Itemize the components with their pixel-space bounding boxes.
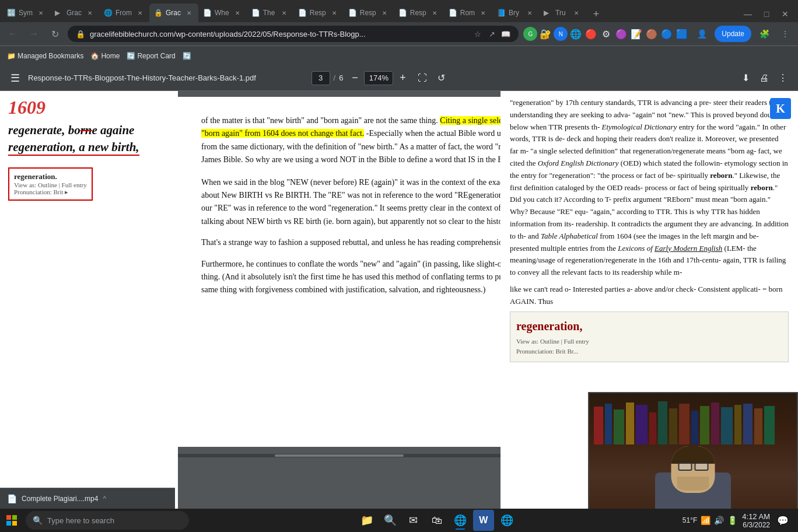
extensions-button[interactable]: 🧩 (756, 26, 772, 42)
pdf-menu-button[interactable]: ☰ (7, 70, 23, 86)
tab-favicon-rom: 📄 (449, 9, 457, 17)
print-button[interactable]: 🖨 (756, 70, 772, 86)
close-window-button[interactable]: ✕ (777, 6, 793, 22)
tab-sym[interactable]: 🔣 Sym ✕ (2, 4, 50, 22)
tab-close-rom[interactable]: ✕ (478, 8, 488, 18)
address-text: gracelifebiblechurch.com/wp-content/uplo… (90, 30, 468, 38)
address-bar[interactable]: 🔒 gracelifebiblechurch.com/wp-content/up… (68, 26, 519, 42)
tab-bry[interactable]: 📘 Bry ✕ (492, 4, 539, 22)
tab-whe[interactable]: 📄 Whe ✕ (198, 4, 247, 22)
tab-close-resp2[interactable]: ✕ (380, 8, 389, 18)
tab-resp1[interactable]: 📄 Resp ✕ (293, 4, 344, 22)
taskbar-app-search[interactable]: 🔍 (380, 510, 401, 531)
tab-resp2[interactable]: 📄 Resp ✕ (344, 4, 394, 22)
right-text-1: "regeneration" by 17th century standards… (510, 97, 789, 279)
taskbar-sys-tray: 51°F 📶 🔊 🔋 (682, 516, 737, 525)
reading-icon[interactable]: 📖 (500, 28, 512, 40)
book-15 (743, 404, 752, 444)
tab-close-whe[interactable]: ✕ (233, 8, 242, 18)
tab-close-tru[interactable]: ✕ (572, 8, 581, 18)
taskbar-app-word[interactable]: W (473, 510, 494, 531)
pdf-more-button[interactable]: ⋮ (775, 70, 791, 86)
ext-icon-5[interactable]: 🔴 (584, 27, 598, 41)
tab-tru[interactable]: ▶ Tru ✕ (539, 4, 586, 22)
ext-icon-10[interactable]: 🔵 (660, 27, 674, 41)
taskbar-app-chrome-alt[interactable]: 🌐 (496, 510, 517, 531)
right-panel[interactable]: K "regeneration" by 17th century standar… (501, 91, 798, 532)
taskbar-app-store[interactable]: 🛍 (426, 510, 447, 531)
ext-icon-11[interactable]: 🟦 (675, 27, 689, 41)
bookmark-favicon-extra: 🔄 (183, 52, 191, 60)
tab-grac1[interactable]: ▶ Grac ✕ (50, 4, 99, 22)
ext-icon-4[interactable]: 🌐 (569, 27, 583, 41)
tab-close-resp1[interactable]: ✕ (330, 8, 339, 18)
bookmark-report-card[interactable]: 🔄 Report Card (127, 52, 175, 60)
back-button[interactable]: ← (5, 26, 21, 42)
ext-icon-9[interactable]: 🟤 (645, 27, 659, 41)
pdf-toolbar-right: ⛶ ↺ (414, 70, 449, 86)
rotate-button[interactable]: ↺ (433, 70, 449, 86)
tab-close-the[interactable]: ✕ (279, 8, 289, 18)
ext-icon-2[interactable]: 🔐 (538, 27, 552, 41)
tab-grac2[interactable]: 🔒 Grac ✕ (149, 4, 198, 22)
bookmark-star-icon[interactable]: ☆ (472, 28, 484, 40)
forward-button[interactable]: → (26, 26, 42, 42)
ext-icon-6[interactable]: ⚙ (599, 27, 613, 41)
new-tab-button[interactable]: + (588, 6, 604, 22)
tab-close-grac2[interactable]: ✕ (184, 8, 194, 18)
taskbar: 🔍 Type here to search 📁 🔍 ✉ 🛍 🌐 W 🌐 51°F… (0, 509, 798, 532)
update-button[interactable]: Update (715, 26, 751, 42)
download-pdf-button[interactable]: ⬇ (737, 70, 754, 86)
highlight-yellow-1: Citing a single selected definition of "… (201, 116, 501, 138)
start-button[interactable] (0, 509, 23, 532)
tab-close-grac1[interactable]: ✕ (85, 8, 94, 18)
ext-icon-8[interactable]: 📝 (629, 27, 643, 41)
taskbar-app-mail[interactable]: ✉ (403, 510, 424, 531)
book-9 (679, 404, 690, 444)
tab-rom[interactable]: 📄 Rom ✕ (444, 4, 492, 22)
bookmark-extra[interactable]: 🔄 (183, 52, 191, 60)
pdf-page-input[interactable] (312, 71, 330, 85)
book-5 (636, 405, 648, 444)
volume-icon[interactable]: 🔊 (714, 516, 724, 525)
horizontal-scrollbar[interactable] (178, 453, 501, 457)
taskbar-search-box[interactable]: 🔍 Type here to search (26, 511, 189, 530)
network-icon[interactable]: 📶 (701, 516, 710, 525)
ext-icon-3[interactable]: N (554, 27, 568, 41)
taskbar-clock[interactable]: 4:12 AM 6/3/2022 (742, 512, 770, 529)
clock-date: 6/3/2022 (742, 521, 770, 529)
zoom-out-button[interactable]: − (348, 71, 362, 85)
fit-page-button[interactable]: ⛶ (414, 70, 430, 86)
tab-label-from: From (116, 9, 132, 17)
tab-label-bry: Bry (509, 9, 522, 17)
notification-button[interactable]: 💬 (775, 512, 791, 528)
tab-close-from[interactable]: ✕ (135, 8, 145, 18)
tab-close-bry[interactable]: ✕ (525, 8, 534, 18)
tab-close-sym[interactable]: ✕ (36, 8, 46, 18)
bookmark-home[interactable]: 🏠 Home (90, 52, 120, 60)
center-panel[interactable]: of the matter is that "new birth" and "b… (178, 91, 501, 532)
tab-close-resp3[interactable]: ✕ (430, 8, 439, 18)
battery-icon[interactable]: 🔋 (727, 516, 737, 525)
share-icon[interactable]: ↗ (486, 28, 498, 40)
minimize-button[interactable]: — (740, 6, 756, 22)
pdf-paragraph-2: When we said in the blog "NEW (never bef… (201, 176, 501, 229)
tab-label-grac1: Grac (66, 9, 82, 17)
browser-menu-button[interactable]: ⋮ (777, 26, 793, 42)
tab-label-tru: Tru (555, 9, 568, 17)
taskbar-app-chrome[interactable]: 🌐 (450, 510, 471, 531)
bookmark-managed[interactable]: 📁 Managed Bookmarks (7, 52, 83, 60)
tab-the[interactable]: 📄 The ✕ (247, 4, 293, 22)
profile-button[interactable]: 👤 (694, 26, 710, 42)
tab-from[interactable]: 🌐 From ✕ (99, 4, 149, 22)
maximize-button[interactable]: □ (758, 6, 775, 22)
download-chevron-icon[interactable]: ^ (103, 495, 106, 503)
refresh-button[interactable]: ↻ (47, 26, 63, 42)
taskbar-app-explorer[interactable]: 📁 (356, 510, 377, 531)
glass-left (678, 463, 692, 471)
ext-icon-1[interactable]: G (523, 27, 537, 41)
zoom-in-button[interactable]: + (396, 71, 410, 85)
tab-resp3[interactable]: 📄 Resp ✕ (394, 4, 444, 22)
book-12 (711, 402, 719, 444)
ext-icon-7[interactable]: 🟣 (614, 27, 628, 41)
